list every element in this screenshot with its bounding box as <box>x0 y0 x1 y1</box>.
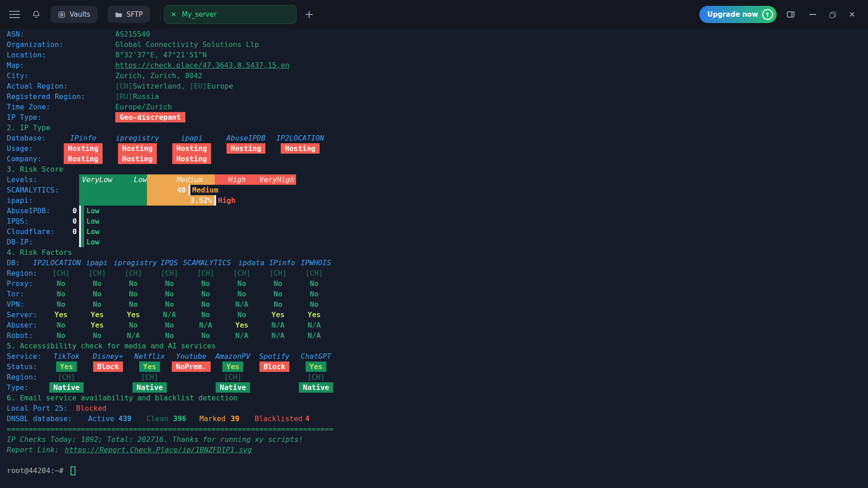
terminal-line: Status:YesBlockYesNoPrem.YesBlockYes <box>0 361 868 372</box>
terminal-text: [CH] <box>224 268 260 278</box>
type-netflix: Native <box>132 382 167 393</box>
report-link[interactable]: https://Report.Check.Place/ip/1BNZFDIP1.… <box>65 445 252 455</box>
label-asn: ASN: <box>7 29 24 39</box>
label-ip-type: IP Type: <box>7 112 42 122</box>
terminal-text: No <box>115 320 151 330</box>
ipqs-level: Low <box>86 216 99 226</box>
terminal-text: Russia <box>133 91 159 102</box>
terminal-block <box>79 185 147 195</box>
value-location: 8°32'37"E, 47°21'51"N <box>115 50 207 60</box>
terminal-line: AbuseIPDB:0Low <box>0 206 868 216</box>
badge-cell: Yes <box>295 361 337 372</box>
terminal-text: Clean <box>146 413 168 424</box>
label-proxy: Proxy: <box>7 278 33 289</box>
terminal-text: IPinfo <box>269 258 295 268</box>
terminal-text: No <box>115 289 151 299</box>
label-ipapi: ipapi: <box>7 195 33 206</box>
terminal-text: Medium <box>177 174 203 185</box>
status-chatgpt: Yes <box>306 361 327 372</box>
hamburger-icon <box>9 11 20 12</box>
terminal-text: Yes <box>115 310 151 320</box>
label-robot: Robot: <box>7 330 33 341</box>
type-amazonpv: Native <box>216 382 250 393</box>
terminal-text: IP2LOCATION <box>273 133 327 143</box>
upgrade-label: Upgrade now <box>708 10 758 19</box>
terminal-text: No <box>151 299 188 310</box>
terminal-text: N/A <box>296 320 332 330</box>
geo-discrepant-badge: Geo-discrepant <box>115 112 185 122</box>
terminal-block <box>81 206 84 216</box>
tab-my-server[interactable]: ✕ My_server <box>164 5 297 24</box>
terminal-text: No <box>79 299 115 310</box>
terminal-line: ASN:AS215540 <box>0 29 868 39</box>
terminal-text: No <box>43 330 79 341</box>
terminal-line: ========================================… <box>0 424 868 434</box>
terminal-text: No <box>151 320 188 330</box>
terminal-text: IP2LOCATION <box>33 258 81 268</box>
label-status: Status: <box>7 361 37 372</box>
dnsbl-active: 439 <box>118 413 132 424</box>
terminal-line: Usage:HostingHostingHostingHostingHostin… <box>0 143 868 154</box>
label-company: Company: <box>7 154 42 164</box>
terminal-text: N/A <box>260 330 296 341</box>
terminal-text: Yes <box>224 320 260 330</box>
terminal-line: SCAMALYTICS:40Medium <box>0 185 868 195</box>
close-tab-icon[interactable]: ✕ <box>171 11 177 18</box>
terminal-text: N/A <box>188 320 224 330</box>
terminal-line: Organization:Global Connectivity Solutio… <box>0 39 868 50</box>
terminal-text: [CH] <box>296 268 332 278</box>
ipapi-score: 3.52% <box>147 195 212 206</box>
terminal-text: N/A <box>224 330 260 341</box>
terminal-text: No <box>188 330 224 341</box>
vaults-button[interactable]: Vaults <box>51 6 98 23</box>
terminal-text: No <box>224 289 260 299</box>
upgrade-arrow-icon: ↑ <box>762 9 773 20</box>
status-badge: Hosting <box>118 143 156 154</box>
map-link[interactable]: https://check.place/47.3643,8.5437,15,en <box>115 60 289 70</box>
terminal-text: No <box>224 310 260 320</box>
terminal-text: No <box>115 299 151 310</box>
scamalytics-level: Medium <box>192 185 218 195</box>
ipapi-level: High <box>218 195 236 206</box>
status-badge: Hosting <box>226 143 265 154</box>
terminal-text: No <box>79 289 115 299</box>
terminal-line: Region:[CH][CH][CH][CH] <box>0 372 868 382</box>
terminal-text: Netflix <box>129 351 170 361</box>
minimize-button[interactable] <box>809 14 816 15</box>
terminal-text: [CH] <box>115 81 133 91</box>
terminal-text: Blacklisted <box>255 413 302 424</box>
new-tab-button[interactable]: + <box>305 9 314 20</box>
menu-button[interactable] <box>9 11 20 18</box>
status-netflix: Yes <box>139 361 160 372</box>
badge-cell: Hosting <box>110 154 165 164</box>
status-disney: Block <box>93 361 123 372</box>
terminal-text: ipapi <box>86 258 108 268</box>
terminal-text: No <box>188 299 224 310</box>
terminal-line: DB-IP:Low <box>0 237 868 247</box>
terminal-line: Tor:NoNoNoNoNoNoNoNo <box>0 289 868 299</box>
terminal-text: IPWHOIS <box>301 258 331 268</box>
terminal[interactable]: ASN:AS215540Organization:Global Connecti… <box>0 29 868 488</box>
terminal-text: ChatGPT <box>295 351 337 361</box>
terminal-text: No <box>79 278 115 289</box>
dbip-level: Low <box>86 237 99 247</box>
bar-cursor <box>189 185 190 195</box>
terminal-text: No <box>115 278 151 289</box>
value-time-zone: Europe/Zurich <box>115 102 172 112</box>
restore-button[interactable] <box>830 12 835 18</box>
badge-cell: Hosting <box>273 143 327 154</box>
terminal-line: DNSBL database:Active439Clean396Marked39… <box>0 413 868 424</box>
label-organization: Organization: <box>7 39 63 50</box>
terminal-text: Yes <box>260 310 296 320</box>
terminal-line: Abuser:NoYesNoNoN/AYesN/AN/A <box>0 320 868 330</box>
close-window-button[interactable]: ✕ <box>849 11 855 19</box>
notifications-button[interactable] <box>32 10 41 19</box>
sftp-button[interactable]: SFTP <box>108 6 150 23</box>
terminal-text: Yes <box>79 310 115 320</box>
panel-toggle-button[interactable] <box>786 10 796 19</box>
upgrade-now-button[interactable]: Upgrade now ↑ <box>699 6 777 23</box>
label-registered-region: Registered Region: <box>7 91 85 102</box>
cloudflare-level: Low <box>86 226 99 237</box>
terminal-block <box>81 216 84 226</box>
terminal-line: Report Link:https://Report.Check.Place/i… <box>0 445 868 455</box>
